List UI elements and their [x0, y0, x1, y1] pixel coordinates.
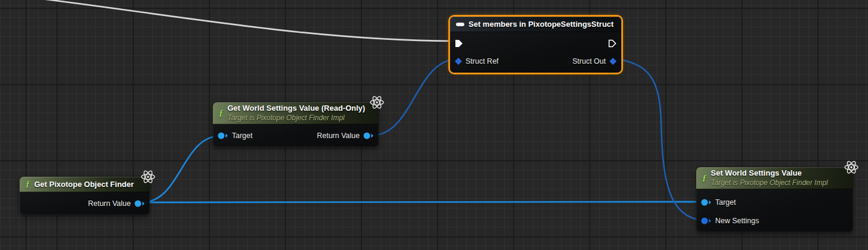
new-settings-pin[interactable]: New Settings — [701, 217, 759, 225]
pin-label: Return Value — [88, 199, 131, 208]
object-pin-icon — [363, 132, 374, 139]
pin-label: Struct Out — [573, 57, 606, 65]
struct-pin-icon — [701, 217, 712, 224]
node-set-world-settings-value[interactable]: ƒ Set World Settings Value Target is Pix… — [696, 167, 853, 232]
function-icon: ƒ — [702, 173, 707, 183]
return-value-pin[interactable]: Return Value — [317, 132, 374, 140]
atom-icon — [369, 95, 385, 110]
object-pin-icon — [218, 132, 228, 139]
node-set-members-in-pixotopesettingsstruct[interactable]: Set members in PixotopeSettingsStruct St… — [450, 17, 621, 73]
node-title: Get Pixotope Object Finder — [34, 180, 134, 189]
node-title: Get World Settings Value (Read-Only) — [228, 104, 366, 113]
node-header[interactable]: ƒ Get Pixotope Object Finder — [20, 177, 150, 192]
exec-out-pin[interactable] — [608, 39, 617, 48]
node-title: Set members in PixotopeSettingsStruct — [468, 20, 614, 29]
pin-label: Return Value — [317, 132, 360, 140]
diamond-pin-icon — [609, 58, 617, 65]
atom-icon — [844, 160, 859, 175]
return-value-pin[interactable]: Return Value — [88, 199, 145, 208]
diamond-pin-icon — [455, 58, 462, 65]
pin-label: New Settings — [715, 217, 759, 225]
node-header[interactable]: ƒ Set World Settings Value Target is Pix… — [696, 167, 853, 189]
node-subtitle: Target is Pixotope Object Finder Impl — [228, 114, 366, 123]
node-header[interactable]: ƒ Get World Settings Value (Read-Only) T… — [213, 102, 379, 124]
object-pin-icon — [134, 200, 145, 207]
struct-wire-structout-to-newsettings[interactable] — [613, 59, 705, 220]
pin-label: Target — [715, 198, 736, 207]
pin-label: Struct Ref — [466, 57, 499, 65]
function-icon: ƒ — [26, 179, 30, 189]
node-header[interactable]: Set members in PixotopeSettingsStruct — [450, 17, 621, 32]
exec-in-pin[interactable] — [455, 39, 463, 48]
node-get-world-settings-value[interactable]: ƒ Get World Settings Value (Read-Only) T… — [213, 102, 379, 147]
pin-label: Target — [232, 132, 253, 140]
exec-wire[interactable] — [0, 0, 455, 41]
target-pin[interactable]: Target — [701, 198, 736, 207]
target-pin[interactable]: Target — [218, 132, 253, 140]
function-icon: ƒ — [219, 108, 224, 118]
atom-icon — [140, 169, 156, 185]
struct-out-pin[interactable]: Struct Out — [573, 57, 617, 65]
object-pin-icon — [701, 199, 712, 206]
struct-ref-pin[interactable]: Struct Ref — [455, 57, 499, 65]
pill-icon — [456, 23, 464, 26]
exec-in-icon — [455, 39, 463, 48]
node-get-pixotope-object-finder[interactable]: ƒ Get Pixotope Object Finder Return Valu… — [20, 177, 150, 215]
blueprint-graph-canvas[interactable]: { "editor": {"kind": "unreal-blueprint-g… — [0, 0, 868, 250]
node-subtitle: Target is Pixotope Object Finder Impl — [711, 179, 828, 188]
node-title: Set World Settings Value — [711, 168, 828, 178]
exec-out-icon — [608, 39, 617, 48]
object-wire-finder-to-setworldsettings[interactable] — [141, 202, 705, 202]
